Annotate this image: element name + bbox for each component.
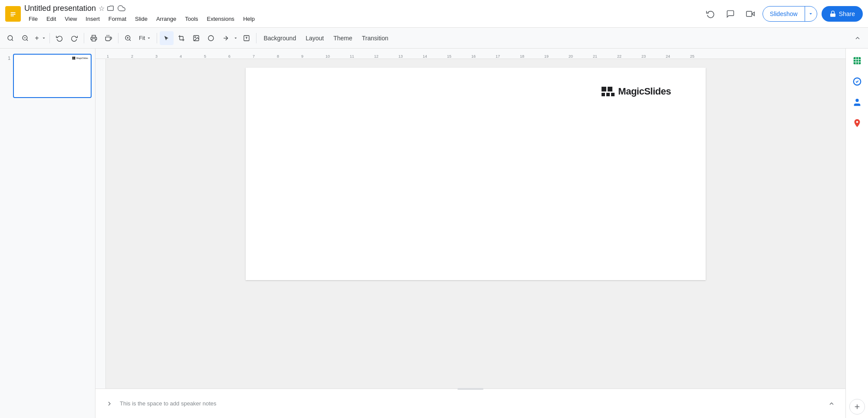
slide-item-1[interactable]: 1 MagicSlides	[0, 52, 95, 100]
search-btn[interactable]	[3, 31, 17, 45]
notes-drag-handle[interactable]	[457, 388, 483, 390]
ruler-mark-12: 12	[373, 54, 398, 59]
ruler-mark-18: 18	[519, 54, 543, 59]
svg-line-10	[26, 39, 28, 41]
share-label[interactable]: Share	[839, 10, 855, 17]
select-tool-btn[interactable]	[160, 31, 174, 45]
text-frame-btn[interactable]	[240, 31, 253, 45]
sidebar-maps-btn[interactable]	[848, 114, 866, 132]
magic-slides-logo: MagicSlides	[602, 86, 671, 97]
speaker-notes: This is the space to add speaker notes	[95, 389, 845, 418]
slide-canvas-wrap[interactable]: MagicSlides	[106, 59, 845, 389]
crop-btn[interactable]	[174, 31, 188, 45]
magic-slides-icon	[602, 87, 615, 96]
ruler-mark-7: 7	[252, 54, 276, 59]
menu-arrange[interactable]: Arrange	[152, 14, 181, 24]
sidebar-sheets-btn[interactable]	[848, 52, 866, 69]
line-dropdown-btn[interactable]	[233, 31, 239, 45]
layout-btn[interactable]: Layout	[301, 31, 328, 45]
ruler-mark-21: 21	[592, 54, 616, 59]
shape-btn[interactable]	[204, 31, 218, 45]
menu-view[interactable]: View	[60, 14, 81, 24]
comment-icon-btn[interactable]	[723, 6, 738, 22]
svg-rect-5	[746, 11, 752, 16]
ruler-mark-6: 6	[227, 54, 252, 59]
ruler-mark-16: 16	[470, 54, 495, 59]
ruler-mark-11: 11	[349, 54, 373, 59]
notes-expand-btn[interactable]	[102, 397, 116, 411]
zoom-out-btn[interactable]	[18, 31, 32, 45]
app-logo[interactable]	[5, 6, 21, 22]
slide-number-1: 1	[3, 56, 10, 61]
svg-point-21	[195, 36, 196, 37]
line-btn[interactable]	[219, 31, 233, 45]
menu-extensions[interactable]: Extensions	[203, 14, 239, 24]
title-section: Untitled presentation ☆ File Edit View I…	[24, 4, 699, 24]
speaker-notes-text[interactable]: This is the space to add speaker notes	[120, 400, 217, 407]
icon-sq-bl	[602, 93, 605, 96]
menu-format[interactable]: Format	[104, 14, 131, 24]
star-icon[interactable]: ☆	[99, 4, 105, 13]
svg-line-8	[12, 39, 13, 41]
ruler-mark-8: 8	[276, 54, 300, 59]
folder-icon[interactable]	[107, 4, 115, 12]
menu-bar: File Edit View Insert Format Slide Arran…	[24, 14, 699, 24]
sidebar-add-btn[interactable]	[849, 399, 865, 415]
image-btn[interactable]	[189, 31, 203, 45]
svg-line-17	[129, 39, 131, 41]
slideshow-label[interactable]: Slideshow	[763, 10, 805, 17]
cloud-icon[interactable]	[118, 4, 125, 12]
divider-1	[49, 33, 50, 43]
ruler-mark-13: 13	[398, 54, 422, 59]
menu-file[interactable]: File	[24, 14, 42, 24]
ruler-mark-1: 1	[106, 54, 130, 59]
menu-edit[interactable]: Edit	[42, 14, 60, 24]
ruler-mark-3: 3	[155, 54, 179, 59]
paint-format-btn[interactable]	[102, 31, 115, 45]
slide-canvas[interactable]: MagicSlides	[246, 68, 706, 280]
theme-btn[interactable]: Theme	[329, 31, 357, 45]
menu-help[interactable]: Help	[239, 14, 259, 24]
svg-rect-1	[11, 12, 16, 13]
present-icon-btn[interactable]	[743, 6, 758, 22]
ruler-mark-19: 19	[543, 54, 568, 59]
print-btn[interactable]	[87, 31, 101, 45]
history-icon-btn[interactable]	[703, 6, 718, 22]
icon-sq-tl	[602, 87, 606, 91]
ruler-mark-23: 23	[641, 54, 665, 59]
transition-btn[interactable]: Transition	[358, 31, 393, 45]
ruler-mark-22: 22	[616, 54, 641, 59]
menu-tools[interactable]: Tools	[181, 14, 202, 24]
svg-rect-6	[830, 13, 835, 16]
add-btn[interactable]: +	[33, 31, 41, 45]
notes-collapse-btn[interactable]	[825, 397, 838, 411]
right-sidebar	[845, 49, 868, 418]
divider-4	[157, 33, 157, 43]
add-dropdown-btn[interactable]	[41, 31, 47, 45]
redo-btn[interactable]	[67, 31, 81, 45]
ruler-left	[95, 59, 106, 389]
share-btn[interactable]: Share	[822, 6, 863, 22]
ruler-mark-4: 4	[179, 54, 203, 59]
sidebar-contacts-btn[interactable]	[848, 94, 866, 111]
toolbar-collapse-btn[interactable]	[851, 31, 865, 45]
menu-insert[interactable]: Insert	[81, 14, 104, 24]
sidebar-tasks-btn[interactable]	[848, 73, 866, 90]
zoom-icon-btn[interactable]	[121, 31, 135, 45]
editor-area: 1234567891011121314151617181920212223242…	[95, 49, 845, 418]
svg-rect-3	[11, 15, 14, 16]
menu-slide[interactable]: Slide	[131, 14, 152, 24]
slideshow-dropdown[interactable]	[805, 6, 817, 22]
slide-thumbnail-1[interactable]: MagicSlides	[13, 54, 92, 98]
fit-select[interactable]: Fit	[136, 32, 154, 44]
undo-btn[interactable]	[53, 31, 66, 45]
magic-slides-text: MagicSlides	[618, 86, 671, 97]
svg-rect-2	[11, 14, 16, 15]
slideshow-btn[interactable]: Slideshow	[763, 6, 817, 22]
toolbar: +	[0, 28, 868, 49]
background-btn[interactable]: Background	[259, 31, 300, 45]
canvas-container: MagicSlides	[95, 59, 845, 389]
svg-rect-31	[853, 57, 861, 65]
icon-sq-br	[611, 93, 615, 96]
doc-title[interactable]: Untitled presentation	[24, 4, 96, 13]
